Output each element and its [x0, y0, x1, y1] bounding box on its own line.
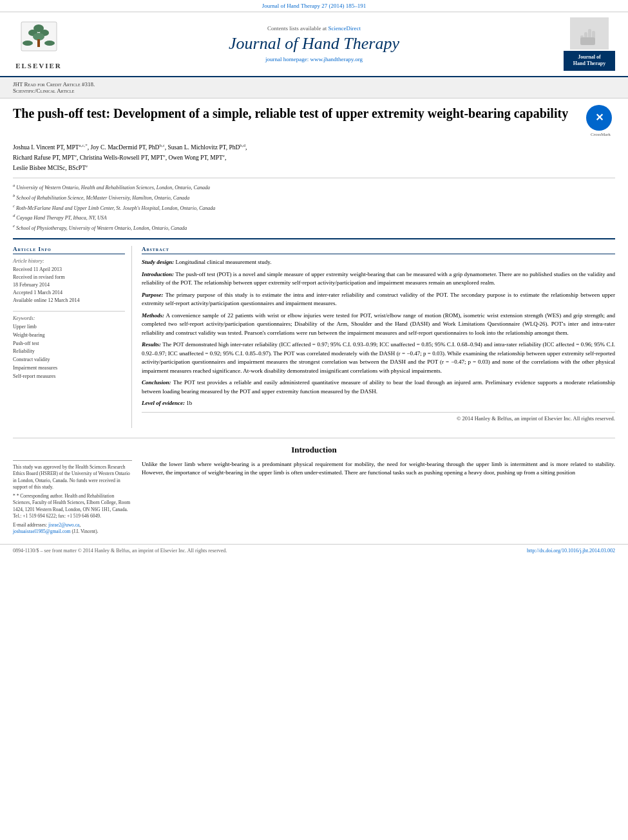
- footnote-email-label: E-mail addresses:: [13, 522, 47, 528]
- footnote-email: E-mail addresses: jisrae2@uwo.ca, joshua…: [13, 522, 132, 536]
- abstract-methods: Methods: A convenience sample of 22 pati…: [142, 312, 615, 338]
- conclusion-label: Conclusion:: [142, 379, 171, 386]
- study-design-label: Study design:: [142, 259, 174, 265]
- crossmark-label: CrossMark: [586, 132, 615, 137]
- author-bisbee-sup: e: [86, 163, 88, 169]
- abstract-copyright: © 2014 Hanley & Belfus, an imprint of El…: [142, 412, 615, 422]
- author-sep2: , Susan L. Michlovitz PT, PhD: [165, 144, 240, 151]
- introduction-heading: Introduction: [13, 445, 615, 455]
- elsevier-tree-icon: [15, 19, 63, 61]
- affiliation-b: b School of Rehabilitation Science, McMa…: [13, 192, 615, 201]
- affiliation-c: c Roth-McFarlane Hand and Upper Limb Cen…: [13, 203, 615, 212]
- keyword-5: Impairment measures: [13, 364, 125, 373]
- main-content: The push-off test: Development of a simp…: [0, 98, 628, 544]
- abstract-results: Results: The POT demonstrated high inter…: [142, 341, 615, 375]
- footnote-corresponding: * * Corresponding author. Health and Reh…: [13, 493, 132, 520]
- abstract-conclusion: Conclusion: The POT test provides a reli…: [142, 378, 615, 396]
- intro-label: Introduction:: [142, 271, 174, 277]
- abstract-purpose: Purpose: The primary purpose of this stu…: [142, 291, 615, 308]
- credit-line2: Scientific/Clinical Article: [13, 88, 615, 94]
- journal-header-center: Contents lists available at ScienceDirec…: [71, 25, 557, 62]
- two-column-layout: Article Info Article history: Received 1…: [13, 238, 615, 428]
- abstract-content: Study design: Longitudinal clinical meas…: [142, 258, 615, 422]
- top-bar: Journal of Hand Therapy 27 (2014) 185–19…: [0, 0, 628, 12]
- article-title: The push-off test: Development of a simp…: [13, 105, 580, 122]
- keyword-4: Construct validity: [13, 356, 125, 364]
- journal-hand-logo-icon: [570, 17, 609, 50]
- methods-text: A convenience sample of 22 patients with…: [142, 312, 615, 336]
- contents-line: Contents lists available at ScienceDirec…: [71, 25, 557, 32]
- footer-issn: 0894-1130/$ – see front matter © 2014 Ha…: [13, 548, 227, 554]
- author-macdermid-sup: b,c: [159, 143, 164, 148]
- author-comma: ,: [245, 144, 247, 151]
- conclusion-text: The POT test provides a reliable and eas…: [142, 379, 615, 395]
- abstract-introduction: Introduction: The push-off test (POT) is…: [142, 270, 615, 288]
- affiliation-e: e School of Physiotherapy, University of…: [13, 223, 615, 232]
- purpose-text: The primary purpose of this study is to …: [142, 292, 615, 307]
- keyword-3: Reliability: [13, 348, 125, 356]
- affiliation-a: a University of Western Ontario, Health …: [13, 182, 615, 191]
- svg-point-6: [23, 41, 33, 46]
- sciencedirect-link[interactable]: ScienceDirect: [328, 25, 361, 32]
- credit-line1: JHT Read for Credit Article #318.: [13, 81, 615, 88]
- author-vincent-sup: a,c,*: [79, 143, 88, 148]
- article-info-column: Article Info Article history: Received 1…: [13, 246, 132, 428]
- intro-footnotes: This study was approved by the Health Sc…: [13, 460, 132, 537]
- results-text: The POT demonstrated high inter-rater re…: [142, 341, 615, 374]
- author-michlovitz-sup: b,d: [240, 143, 245, 148]
- author-bisbee: Leslie Bisbee MCISc, BScPT: [13, 165, 86, 172]
- author-sep3: , Christina Wells-Rowsell PT, MPT: [77, 154, 164, 161]
- accepted-date: Accepted 1 March 2014: [13, 289, 125, 297]
- received-date: Received 11 April 2013: [13, 266, 125, 274]
- keyword-6: Self-report measures: [13, 373, 125, 381]
- author-rafuse: Richard Rafuse PT, MPT: [13, 154, 75, 161]
- article-info-heading: Article Info: [13, 246, 125, 254]
- svg-rect-5: [37, 39, 40, 47]
- journal-title-header: Journal of Hand Therapy: [71, 34, 557, 53]
- footnote-email2-link[interactable]: joshuaisrael1985@gmail.com: [13, 528, 71, 534]
- methods-label: Methods:: [142, 312, 164, 319]
- page-footer: 0894-1130/$ – see front matter © 2014 Ha…: [0, 544, 628, 557]
- svg-rect-12: [580, 37, 595, 45]
- journal-header: ELSEVIER Contents lists available at Sci…: [0, 12, 628, 77]
- abstract-level-of-evidence: Level of evidence: 1b: [142, 399, 615, 408]
- footnote-email1-link[interactable]: jisrae2@uwo.ca: [48, 522, 79, 528]
- journal-homepage: journal homepage: www.jhandtherapy.org: [71, 56, 557, 62]
- author-sep1: , Joy C. MacDermid PT, PhD: [88, 144, 160, 151]
- purpose-label: Purpose:: [142, 292, 164, 298]
- credit-bar: JHT Read for Credit Article #318. Scient…: [0, 77, 628, 98]
- elsevier-wordmark: ELSEVIER: [15, 62, 62, 70]
- footnote-email-note: (J.I. Vincent).: [71, 528, 98, 534]
- keyword-2: Push-off test: [13, 340, 125, 348]
- journal-citation: Journal of Hand Therapy 27 (2014) 185–19…: [262, 3, 366, 9]
- received-revised-label: Received in revised form: [13, 274, 125, 281]
- study-design-text: Longitudinal clinical measurement study.: [174, 259, 271, 265]
- svg-point-7: [44, 41, 55, 46]
- introduction-content: This study was approved by the Health Sc…: [13, 460, 615, 537]
- keyword-0: Upper limb: [13, 323, 125, 331]
- abstract-heading: Abstract: [142, 246, 615, 254]
- author-sep4: , Owen Wong PT, MPT: [166, 154, 223, 161]
- keywords-label: Keywords:: [13, 315, 125, 321]
- results-label: Results:: [142, 341, 161, 348]
- history-label: Article history:: [13, 258, 125, 264]
- revised-date: 18 February 2014: [13, 281, 125, 289]
- level-of-evidence-label: Level of evidence:: [142, 400, 185, 406]
- crossmark-icon: ✕: [586, 105, 612, 131]
- author-comma2: ,: [225, 154, 226, 161]
- level-of-evidence-text: 1b: [185, 400, 192, 406]
- divider: [13, 311, 125, 312]
- footer-doi-link[interactable]: http://dx.doi.org/10.1016/j.jht.2014.03.…: [527, 548, 615, 554]
- crossmark-badge: ✕ CrossMark: [586, 105, 615, 137]
- abstract-study-design: Study design: Longitudinal clinical meas…: [142, 258, 615, 267]
- keyword-1: Weight-bearing: [13, 331, 125, 340]
- article-history: Article history: Received 11 April 2013 …: [13, 258, 125, 304]
- journal-logo-box: Journal of Hand Therapy: [564, 17, 615, 71]
- intro-text: The push-off test (POT) is a novel and s…: [142, 271, 615, 286]
- keywords-section: Keywords: Upper limb Weight-bearing Push…: [13, 315, 125, 381]
- introduction-text: Unlike the lower limb where weight-beari…: [142, 460, 615, 537]
- affiliations-section: a University of Western Ontario, Health …: [13, 178, 615, 232]
- affiliation-d: d Cayuga Hand Therapy PT, Ithaca, NY, US…: [13, 212, 615, 221]
- footnote-study-approval: This study was approved by the Health Sc…: [13, 464, 132, 491]
- author-vincent: Joshua I. Vincent PT, MPT: [13, 144, 79, 151]
